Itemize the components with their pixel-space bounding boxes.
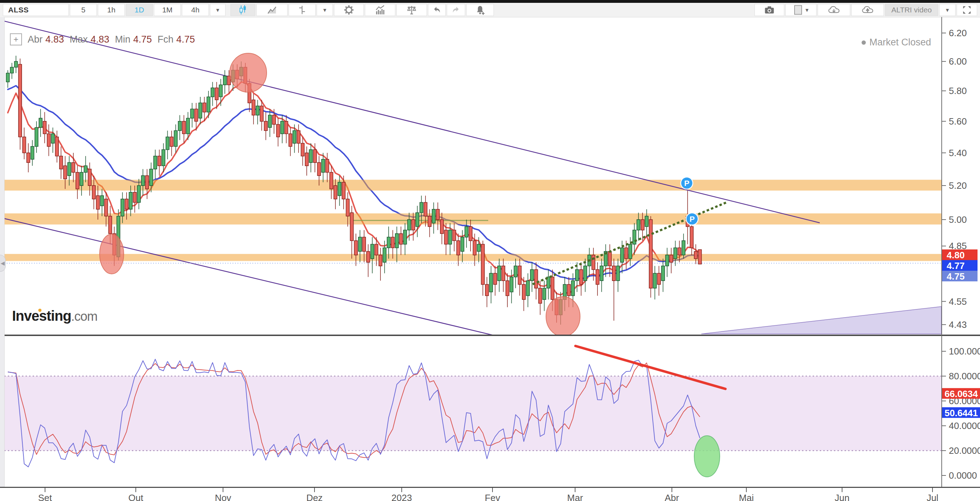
candle-body xyxy=(297,131,300,144)
candle-body xyxy=(39,118,42,128)
candle-body xyxy=(526,281,529,295)
candle-body xyxy=(35,128,38,146)
candle-body xyxy=(567,284,571,296)
oscillator-tick-label: 80.0000 xyxy=(949,371,980,381)
candle-body xyxy=(178,121,181,131)
candle-body xyxy=(649,220,652,288)
oscillator-tag-label: 66.0634 xyxy=(945,389,978,399)
candle-body xyxy=(305,153,309,166)
oscillator-tick-label: 40.0000 xyxy=(949,420,980,431)
left-scroll-strip[interactable] xyxy=(0,17,5,487)
price-tag-4.77: 4.77 xyxy=(942,260,977,271)
price-tag-label: 4.77 xyxy=(947,260,965,271)
candle-body xyxy=(72,163,75,172)
candle-body xyxy=(269,115,272,128)
candle-body xyxy=(395,233,399,248)
annotation-ellipse-green xyxy=(694,436,720,477)
candle-body xyxy=(6,73,10,82)
candle-body xyxy=(174,131,177,147)
candle-body xyxy=(105,199,108,216)
candle-body xyxy=(121,199,124,216)
candle-body xyxy=(473,241,476,255)
pivot-label: P xyxy=(690,215,695,223)
candle-body xyxy=(514,266,517,277)
time-tick-label: Mai xyxy=(739,493,754,501)
candle-body xyxy=(698,250,702,264)
time-axis[interactable]: SetOutNovDez2023FevMarAbrMaiJunJul xyxy=(38,488,938,501)
candle-body xyxy=(637,220,640,230)
time-tick-label: Nov xyxy=(215,493,231,501)
candle-body xyxy=(108,216,112,233)
candle-body xyxy=(334,185,337,199)
candle-body xyxy=(207,97,210,112)
logo-orange-dot xyxy=(38,309,41,312)
time-tick-label: Fev xyxy=(485,493,500,501)
legend-low-label: Min xyxy=(115,34,130,45)
candle-body xyxy=(47,134,50,147)
candle-body xyxy=(256,106,259,115)
legend-high-value: 4.83 xyxy=(91,34,110,45)
candle-body xyxy=(461,237,464,251)
candle-body xyxy=(280,121,284,134)
candle-body xyxy=(166,137,169,150)
candle-body xyxy=(137,185,140,203)
candle-body xyxy=(88,169,91,186)
candle-body xyxy=(27,153,30,163)
candle-body xyxy=(293,131,296,144)
candle-body xyxy=(645,216,648,227)
candle-body xyxy=(449,230,452,244)
candle-body xyxy=(219,85,222,97)
candle-body xyxy=(350,212,353,241)
price-axis[interactable]: 6.206.005.805.605.405.205.004.854.554.43 xyxy=(942,28,967,330)
candle-body xyxy=(215,88,218,100)
main-panel xyxy=(0,19,941,337)
candle-body xyxy=(481,244,484,284)
candle-body xyxy=(313,150,317,163)
candle-body xyxy=(330,172,333,189)
investing-logo: Investing.com xyxy=(12,308,97,324)
candle-body xyxy=(530,270,534,281)
candle-body xyxy=(444,230,447,244)
oscillator-band xyxy=(4,376,941,451)
candle-body xyxy=(674,248,677,258)
candle-body xyxy=(506,281,509,295)
candle-body xyxy=(485,284,488,296)
candle-body xyxy=(129,192,132,209)
price-tick-label: 4.55 xyxy=(949,296,967,307)
ohlc-legend: + Abr 4.83 Max 4.83 Min 4.75 Fch 4.75 xyxy=(10,34,195,45)
candle-body xyxy=(432,209,435,223)
candle-body xyxy=(657,273,660,284)
candle-body xyxy=(592,255,595,270)
candle-body xyxy=(502,266,505,281)
candle-body xyxy=(375,244,378,255)
market-status-label: Market Closed xyxy=(869,37,931,48)
candle-body xyxy=(617,266,620,281)
candle-body xyxy=(407,220,410,230)
sr-band-1 xyxy=(4,213,941,224)
candle-body xyxy=(571,281,574,295)
candle-body xyxy=(612,266,616,281)
candle-body xyxy=(252,100,255,115)
legend-open-label: Abr xyxy=(28,34,43,45)
oscillator-tick-label: 100.0000 xyxy=(949,346,980,357)
candle-body xyxy=(342,182,345,199)
candle-body xyxy=(620,248,624,262)
price-tick-label: 4.43 xyxy=(949,319,967,330)
legend-low-value: 4.75 xyxy=(133,34,152,45)
candle-body xyxy=(346,199,349,216)
price-tag-label: 4.80 xyxy=(947,250,965,260)
chart-canvas[interactable]: PP6.206.005.805.605.405.205.004.854.554.… xyxy=(0,0,980,501)
candle-body xyxy=(498,266,501,281)
logo-text: Investing xyxy=(12,308,71,324)
channel-wedge xyxy=(701,306,941,334)
price-tick-label: 5.20 xyxy=(949,180,967,191)
market-status: Market Closed xyxy=(862,37,931,48)
candle-body xyxy=(436,209,439,220)
legend-high-label: Max xyxy=(70,34,88,45)
pivot-badge-1: P xyxy=(686,213,698,225)
candle-body xyxy=(31,147,34,159)
annotation-circle-0 xyxy=(230,53,267,92)
candle-body xyxy=(133,192,137,203)
time-tick-label: Jul xyxy=(926,493,938,501)
add-instrument-icon[interactable]: + xyxy=(10,34,22,45)
